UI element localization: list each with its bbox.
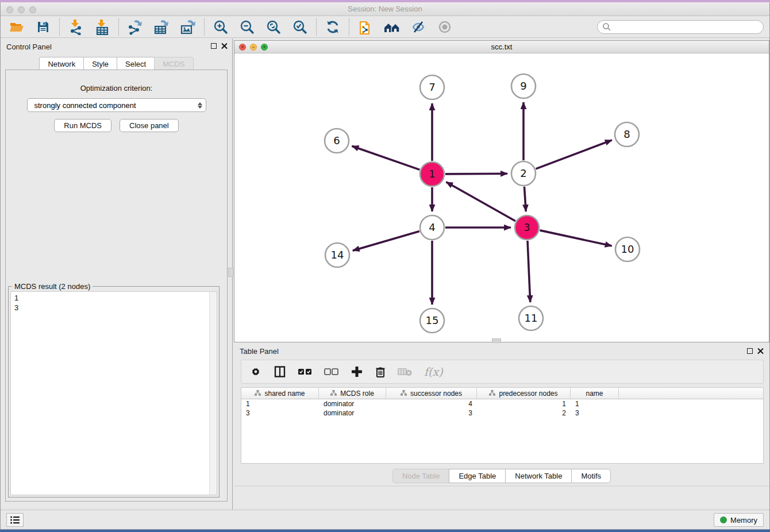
- export-table-icon: [153, 19, 170, 35]
- graph-edge-1-6[interactable]: [352, 146, 419, 169]
- deselect-all-button[interactable]: [324, 368, 339, 376]
- mcds-panel-body: Optimization criterion: strongly connect…: [5, 70, 228, 502]
- tab-node-table[interactable]: Node Table: [392, 469, 449, 483]
- select-all-button[interactable]: [298, 368, 313, 376]
- zoom-selected-button[interactable]: [291, 18, 309, 36]
- table-panel: Table Panel: [234, 344, 769, 510]
- table-cell: 1: [571, 399, 619, 408]
- import-table-button[interactable]: [93, 18, 111, 36]
- delete-column-button[interactable]: [375, 365, 386, 378]
- search-input[interactable]: [611, 23, 759, 31]
- network-window-title: scc.txt: [234, 43, 769, 51]
- graph-edge-4-14[interactable]: [353, 231, 419, 250]
- function-builder-button[interactable]: f(x): [424, 365, 443, 378]
- tab-edge-table[interactable]: Edge Table: [449, 469, 505, 483]
- column-header-shared-name[interactable]: shared name: [241, 388, 319, 399]
- refresh-button[interactable]: [324, 18, 342, 36]
- graph-node-label: 2: [520, 167, 526, 179]
- delete-table-button[interactable]: [398, 367, 413, 377]
- table-row[interactable]: 1dominator411: [241, 399, 763, 408]
- column-header-label: shared name: [264, 390, 305, 398]
- table-toolbar: f(x): [241, 360, 764, 384]
- task-history-button[interactable]: [6, 513, 24, 527]
- hide-panels-icon: [411, 20, 426, 34]
- column-header-label: MCDS role: [340, 390, 374, 398]
- graph-edge-3-1[interactable]: [446, 182, 515, 221]
- close-panel-button[interactable]: Close panel: [120, 119, 179, 132]
- hide-panels-button[interactable]: [409, 18, 428, 36]
- graph-edge-3-10[interactable]: [540, 230, 611, 246]
- tab-motifs[interactable]: Motifs: [571, 469, 611, 483]
- add-column-button[interactable]: [351, 365, 363, 378]
- graph-node-label: 10: [621, 243, 634, 255]
- run-mcds-button[interactable]: Run MCDS: [54, 119, 111, 132]
- table-settings-button[interactable]: [249, 365, 262, 378]
- zoom-in-button[interactable]: [211, 18, 230, 36]
- search-field[interactable]: [597, 20, 764, 34]
- hierarchy-icon: [489, 390, 495, 398]
- table-tabs-strip: [234, 485, 769, 487]
- table-cell: 3: [571, 408, 619, 418]
- table-tabs: Node TableEdge TableNetwork TableMotifs: [234, 469, 769, 483]
- show-panels-icon: [437, 20, 452, 34]
- optimization-criterion-select[interactable]: strongly connected component: [27, 98, 206, 112]
- graph-edge-1-2[interactable]: [445, 174, 507, 174]
- home-icon: [383, 20, 401, 34]
- memory-status-icon: [720, 516, 727, 523]
- table-cell: 3: [241, 408, 319, 418]
- table-cell: 4: [386, 399, 477, 408]
- horizontal-splitter-handle[interactable]: [492, 338, 501, 343]
- float-table-panel-icon[interactable]: [747, 348, 753, 354]
- float-panel-icon[interactable]: [211, 43, 217, 49]
- add-column-icon: [351, 365, 363, 378]
- select-stepper-icon: [198, 102, 202, 109]
- zoom-out-button[interactable]: [238, 18, 256, 36]
- home-button[interactable]: [383, 18, 401, 36]
- close-panel-icon[interactable]: [221, 43, 228, 49]
- hierarchy-icon: [401, 390, 407, 398]
- table-row[interactable]: 3dominator323: [241, 408, 763, 418]
- mcds-result-textarea[interactable]: 13: [10, 291, 217, 495]
- export-image-button[interactable]: [179, 18, 197, 36]
- column-header-predecessor-nodes[interactable]: predecessor nodes: [477, 388, 571, 399]
- zoom-fit-button[interactable]: [264, 18, 283, 36]
- vertical-splitter-handle[interactable]: [228, 268, 233, 277]
- mcds-result-group: MCDS result (2 nodes) 13: [8, 286, 220, 498]
- zoom-in-icon: [213, 20, 228, 34]
- column-header-successor-nodes[interactable]: successor nodes: [386, 388, 477, 399]
- table-body: 1dominator4113dominator323: [241, 399, 763, 418]
- save-session-button[interactable]: [34, 18, 52, 36]
- graph-node-label: 4: [429, 221, 435, 233]
- import-network-button[interactable]: [67, 18, 85, 36]
- graph-edge-2-3[interactable]: [524, 187, 526, 211]
- network-view-window: ✕ − + scc.txt 7968124314101511: [234, 40, 769, 342]
- result-scrollbar[interactable]: [209, 292, 217, 495]
- import-table-icon: [95, 19, 110, 35]
- table-cell: 1: [477, 399, 571, 408]
- gear-icon: [249, 365, 262, 378]
- graph-node-label: 14: [331, 249, 344, 261]
- open-file-button[interactable]: [7, 18, 26, 36]
- list-icon: [10, 515, 20, 525]
- column-header-name[interactable]: name: [571, 388, 619, 399]
- memory-button[interactable]: Memory: [714, 513, 764, 527]
- graph-node-label: 8: [623, 128, 630, 140]
- close-table-panel-icon[interactable]: [757, 348, 764, 354]
- zoom-fit-icon: [266, 20, 281, 34]
- network-window-titlebar[interactable]: ✕ − + scc.txt: [234, 41, 769, 53]
- graph-edge-3-11[interactable]: [528, 241, 530, 302]
- graph-node-label: 7: [429, 81, 435, 93]
- export-table-button[interactable]: [152, 18, 171, 36]
- graph-edge-2-8[interactable]: [536, 140, 612, 169]
- column-header-MCDS-role[interactable]: MCDS role: [319, 388, 386, 399]
- show-column-pane-button[interactable]: [274, 365, 286, 378]
- network-canvas[interactable]: 7968124314101511: [234, 54, 769, 342]
- duplicate-network-button[interactable]: [356, 18, 375, 36]
- show-panels-button[interactable]: [436, 18, 454, 36]
- trash-icon: [375, 365, 386, 378]
- tab-network-table[interactable]: Network Table: [505, 469, 571, 483]
- select-all-icon: [298, 368, 313, 376]
- main-toolbar: [1, 16, 769, 38]
- status-bar: Memory: [1, 510, 769, 529]
- export-network-button[interactable]: [126, 18, 144, 36]
